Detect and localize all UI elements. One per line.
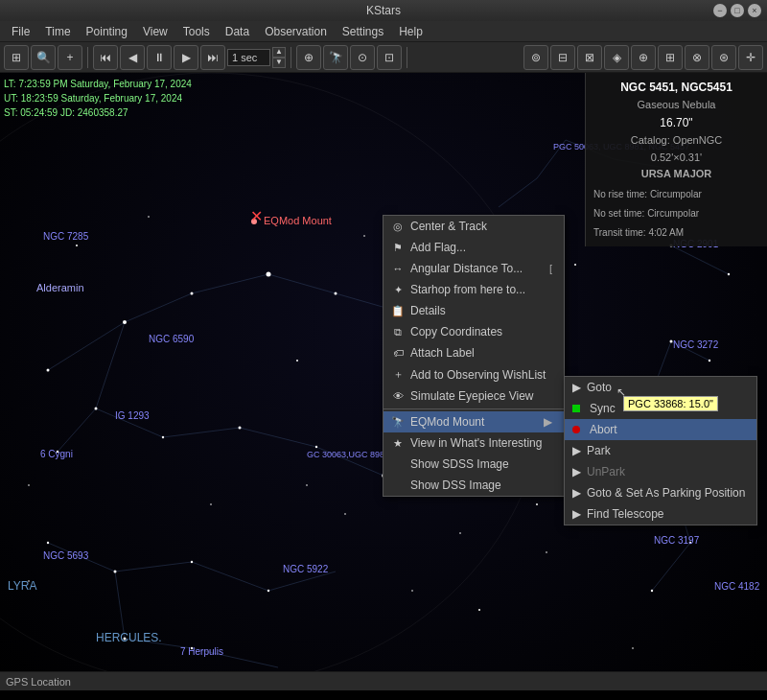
sub-goto-parking-label: Goto & Set As Parking Position [587, 486, 745, 500]
tb-step-back-button[interactable]: ◀ [120, 45, 145, 70]
ctx-show-sdss-label: Show SDSS Image [410, 457, 509, 471]
tb-icon-8[interactable]: ⊛ [711, 45, 736, 70]
menu-data[interactable]: Data [218, 23, 257, 40]
time-stepper[interactable]: ▲ ▼ [272, 47, 286, 68]
menu-tools[interactable]: Tools [175, 23, 218, 40]
center-track-icon: ◎ [391, 221, 405, 233]
menu-view[interactable]: View [135, 23, 175, 40]
maximize-button[interactable]: □ [731, 4, 744, 17]
obj-mag: 16.70" [593, 114, 759, 132]
copy-coords-icon: ⧉ [391, 326, 405, 338]
unpark-icon: ▶ [572, 465, 581, 478]
sub-abort[interactable]: Abort [565, 419, 756, 440]
menu-settings[interactable]: Settings [335, 23, 391, 40]
ctx-show-sdss[interactable]: Show SDSS Image [384, 454, 564, 475]
obj-constellation: URSA MAJOR [593, 166, 759, 183]
sync-dot [572, 405, 580, 412]
tb-icon-1[interactable]: ⊚ [523, 45, 548, 70]
window-buttons: − □ × [713, 4, 761, 17]
ctx-copy-coords[interactable]: ⧉ Copy Coordinates [384, 321, 564, 342]
tb-center-button[interactable]: ⊕ [296, 45, 321, 70]
ctx-details-label: Details [410, 304, 446, 317]
tb-icon-6[interactable]: ⊞ [658, 45, 683, 70]
tb-track-button[interactable]: ⊙ [350, 45, 375, 70]
tb-icon-4[interactable]: ◈ [604, 45, 629, 70]
tb-sep-2 [291, 47, 291, 68]
time-step-input[interactable] [227, 49, 270, 66]
ctx-observing-wishlist[interactable]: ＋ Add to Observing WishList [384, 363, 564, 385]
ctx-attach-label-label: Attach Label [410, 346, 475, 360]
toolbar: ⊞ 🔍 + ⏮ ◀ ⏸ ▶ ⏭ ▲ ▼ ⊕ 🔭 ⊙ ⊡ ⊚ ⊟ ⊠ ◈ ⊕ ⊞ … [0, 42, 767, 73]
tb-scope-button[interactable]: 🔭 [323, 45, 348, 70]
details-icon: 📋 [391, 305, 405, 317]
tb-rewind-button[interactable]: ⏮ [93, 45, 118, 70]
tb-new-button[interactable]: ⊞ [4, 45, 29, 70]
tb-forward-button[interactable]: ⏭ [200, 45, 225, 70]
sub-goto-parking[interactable]: ▶ Goto & Set As Parking Position [565, 482, 756, 503]
sub-find-telescope-label: Find Telescope [587, 507, 664, 521]
statusbar: GPS Location [0, 671, 767, 690]
transit-info: Transit time: 4:02 AM [593, 225, 759, 241]
simulate-eyepiece-icon: 👁 [391, 390, 405, 402]
ctx-starhop[interactable]: ✦ Starhop from here to... [384, 279, 564, 300]
tb-step-forward-button[interactable]: ▶ [174, 45, 198, 70]
app-title: KStars [54, 4, 713, 17]
rise-info-1: No rise time: Circumpolar [593, 187, 759, 202]
tb-sep-3 [407, 47, 407, 68]
sub-unpark-label: UnPark [587, 465, 625, 478]
ctx-show-dss[interactable]: Show DSS Image [384, 475, 564, 496]
sub-goto-label: Goto [587, 381, 612, 394]
sky-view[interactable]: EQMod Mount ✕ NGC 7285 Alderamin NGC 659… [0, 73, 767, 690]
tb-search-button[interactable]: 🔍 [31, 45, 56, 70]
tb-icon-5[interactable]: ⊕ [631, 45, 656, 70]
find-telescope-icon: ▶ [572, 507, 581, 521]
menu-observation[interactable]: Observation [257, 23, 335, 40]
view-whats-interesting-icon: ★ [391, 437, 405, 450]
angular-dist-icon: ↔ [391, 263, 405, 274]
ctx-angular-dist-shortcut: [ [549, 263, 552, 274]
observing-wishlist-icon: ＋ [391, 367, 405, 382]
ctx-angular-dist-label: Angular Distance To... [410, 262, 523, 275]
ctx-details[interactable]: 📋 Details [384, 300, 564, 321]
tb-icon-3[interactable]: ⊠ [577, 45, 602, 70]
ctx-copy-coords-label: Copy Coordinates [410, 325, 502, 338]
menu-pointing[interactable]: Pointing [79, 23, 135, 40]
attach-label-icon: 🏷 [391, 347, 405, 359]
ctx-separator-1 [384, 408, 564, 409]
sub-find-telescope[interactable]: ▶ Find Telescope [565, 503, 756, 525]
ctx-add-flag[interactable]: ⚑ Add Flag... [384, 237, 564, 258]
ctx-observing-wishlist-label: Add to Observing WishList [410, 368, 546, 382]
ctx-simulate-eyepiece-label: Simulate Eyepiece View [410, 389, 534, 403]
ctx-angular-dist[interactable]: ↔ Angular Distance To... [ [384, 258, 564, 279]
goto-parking-icon: ▶ [572, 486, 581, 500]
tb-eq-button[interactable]: ⊡ [377, 45, 402, 70]
sub-unpark[interactable]: ▶ UnPark [565, 461, 756, 482]
ctx-attach-label[interactable]: 🏷 Attach Label [384, 342, 564, 363]
ctx-starhop-label: Starhop from here to... [410, 283, 525, 296]
starhop-icon: ✦ [391, 284, 405, 296]
menu-help[interactable]: Help [391, 23, 430, 40]
minimize-button[interactable]: − [713, 4, 727, 17]
time-down-button[interactable]: ▼ [272, 58, 286, 68]
sub-park[interactable]: ▶ Park [565, 440, 756, 461]
sub-sync[interactable]: Sync [565, 398, 756, 419]
tb-zoom-in-button[interactable]: + [58, 45, 82, 70]
menu-file[interactable]: File [4, 23, 37, 40]
time-up-button[interactable]: ▲ [272, 47, 286, 58]
sub-sync-label: Sync [590, 402, 616, 415]
rise-info-2: No set time: Circumpolar [593, 206, 759, 222]
menu-time[interactable]: Time [37, 23, 78, 40]
ctx-center-track[interactable]: ◎ Center & Track [384, 216, 564, 237]
close-button[interactable]: × [748, 4, 761, 17]
ctx-simulate-eyepiece[interactable]: 👁 Simulate Eyepiece View [384, 385, 564, 407]
obj-type: Gaseous Nebula [593, 97, 759, 114]
eqmod-submenu: ▶ Goto Sync Abort ▶ Park ▶ UnPark ▶ Goto… [564, 376, 757, 525]
tb-pause-button[interactable]: ⏸ [147, 45, 172, 70]
tb-icon-7[interactable]: ⊗ [685, 45, 709, 70]
ctx-eqmod-mount[interactable]: 🔭 EQMod Mount ▶ [384, 411, 564, 432]
tb-icon-9[interactable]: ✛ [738, 45, 763, 70]
obj-catalog: Catalog: OpenNGC [593, 132, 759, 150]
ctx-view-whats-interesting[interactable]: ★ View in What's Interesting [384, 432, 564, 454]
sub-goto[interactable]: ▶ Goto [565, 377, 756, 398]
tb-icon-2[interactable]: ⊟ [550, 45, 575, 70]
